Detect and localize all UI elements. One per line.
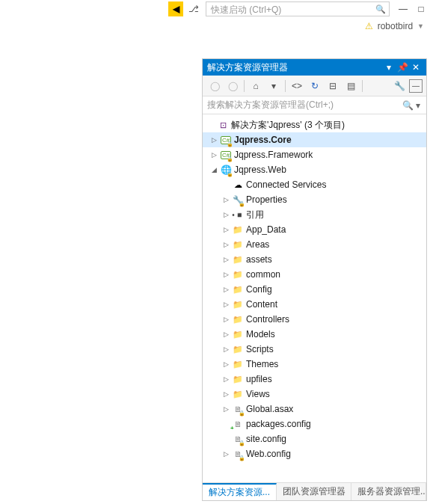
tab-solution-explorer[interactable]: 解决方案资源... — [203, 483, 277, 500]
collapsed-twisty[interactable]: ▷ — [221, 404, 231, 414]
folder-icon: 📁 — [232, 343, 244, 355]
folder-node[interactable]: ▷📁Controllers — [203, 312, 426, 327]
collapsed-twisty[interactable]: ▷ — [221, 329, 231, 339]
tree-label: App_Data — [246, 224, 286, 235]
collapsed-twisty[interactable]: ▷ — [221, 284, 231, 295]
user-name: robotbird — [378, 21, 413, 31]
show-all-button[interactable]: ▤ — [343, 78, 359, 94]
collapsed-twisty[interactable]: ▷ — [221, 239, 231, 250]
folder-icon: 📁 — [232, 388, 244, 400]
chevron-down-icon: ▼ — [417, 22, 424, 30]
references-node[interactable]: ▷ •◾ 引用 — [203, 207, 426, 222]
folder-node[interactable]: ▷📁common — [203, 267, 426, 282]
properties-button[interactable]: 🔧 — [391, 78, 408, 94]
collapsed-twisty[interactable]: ▷ — [221, 224, 231, 235]
tree-label: Global.asax — [246, 404, 293, 414]
solution-icon: ⊡ — [217, 119, 229, 131]
folder-node[interactable]: ▷📁assets — [203, 252, 426, 267]
refresh-button[interactable]: ↻ — [307, 78, 323, 94]
tree-label: Config — [246, 284, 272, 295]
project-core[interactable]: ▷ C# Jqpress.Core — [203, 132, 426, 147]
collapse-button[interactable]: ⊟ — [325, 78, 341, 94]
blank-twisty — [221, 179, 231, 190]
collapsed-twisty[interactable]: ▷ — [221, 374, 231, 384]
tree-label: upfiles — [246, 374, 272, 384]
collapsed-twisty[interactable]: ▷ — [221, 344, 231, 354]
search-icon[interactable]: 🔍 — [375, 4, 386, 14]
minimize-button[interactable]: — — [396, 1, 411, 16]
project-framework[interactable]: ▷ C# Jqpress.Framework — [203, 147, 426, 162]
cloud-icon: ☁ — [232, 179, 244, 191]
scope-button[interactable]: ▾ — [265, 78, 282, 94]
collapsed-twisty[interactable]: ▷ — [221, 449, 231, 459]
solution-explorer-panel: 解决方案资源管理器 ▾ 📌 ✕ ◯ ◯ ⌂ ▾ <> ↻ ⊟ ▤ 🔧 — 搜索解… — [202, 58, 427, 501]
quick-launch-input[interactable]: 快速启动 (Ctrl+Q) 🔍 — [206, 1, 390, 16]
collapsed-twisty[interactable]: ▷ — [221, 359, 231, 369]
bottom-tabs: 解决方案资源... 团队资源管理器 服务器资源管理... — [203, 482, 426, 500]
quick-launch-placeholder: 快速启动 (Ctrl+Q) — [211, 4, 281, 15]
branch-icon[interactable]: ⎇ — [186, 1, 201, 16]
folder-node[interactable]: ▷📁Content — [203, 297, 426, 312]
connected-services-node[interactable]: ☁ Connected Services — [203, 177, 426, 192]
folder-node[interactable]: ▷📁Scripts — [203, 342, 426, 357]
collapsed-twisty[interactable]: ▷ — [221, 299, 231, 310]
tree-label: 解决方案'Jqpress' (3 个项目) — [231, 119, 345, 132]
code-button[interactable]: <> — [289, 78, 305, 94]
folder-icon: 📁 — [232, 328, 244, 340]
preview-button[interactable]: — — [409, 79, 423, 93]
panel-title: 解决方案资源管理器 — [207, 61, 381, 74]
collapsed-twisty[interactable]: ▷ — [221, 194, 231, 205]
folder-icon: 📁 — [232, 253, 244, 265]
site-config-node[interactable]: 🗎 site.config — [203, 431, 426, 446]
folder-node[interactable]: ▷📁Themes — [203, 357, 426, 372]
separator — [285, 80, 286, 92]
search-input[interactable]: 搜索解决方案资源管理器(Ctrl+;) 🔍 ▾ — [203, 96, 426, 114]
folder-icon: 📁 — [232, 373, 244, 385]
collapsed-twisty[interactable]: ▷ — [209, 150, 219, 160]
folder-icon: 📁 — [232, 268, 244, 280]
close-icon[interactable]: ✕ — [410, 61, 422, 73]
folder-node[interactable]: ▷📁upfiles — [203, 372, 426, 387]
tree-label: Controllers — [246, 314, 289, 325]
web-project-icon: 🌐 — [220, 164, 232, 176]
tree-label: Jqpress.Core — [234, 135, 292, 145]
tab-team-explorer[interactable]: 团队资源管理器 — [277, 483, 351, 500]
blank-twisty — [206, 120, 216, 130]
tab-server-explorer[interactable]: 服务器资源管理... — [351, 483, 426, 500]
restore-button[interactable]: □ — [414, 1, 429, 16]
home-button[interactable]: ⌂ — [248, 78, 264, 94]
expanded-twisty[interactable]: ◢ — [209, 165, 219, 175]
folder-node[interactable]: ▷📁Views — [203, 387, 426, 402]
collapsed-twisty[interactable]: ▷ — [221, 254, 231, 265]
pin-icon[interactable]: 📌 — [396, 61, 408, 73]
forward-button[interactable]: ◯ — [224, 78, 241, 94]
top-bar: ◀ ⎇ 快速启动 (Ctrl+Q) 🔍 — □ — [168, 0, 430, 18]
project-web[interactable]: ◢ 🌐 Jqpress.Web — [203, 162, 426, 177]
tree-label: 引用 — [246, 209, 264, 221]
blank-twisty — [221, 434, 231, 444]
collapsed-twisty[interactable]: ▷ — [221, 314, 231, 325]
csharp-project-icon: C# — [220, 149, 232, 161]
folder-node[interactable]: ▷📁App_Data — [203, 222, 426, 237]
web-config-node[interactable]: ▷ 🗎 Web.config — [203, 446, 426, 461]
tree-label: Web.config — [246, 449, 291, 459]
collapsed-twisty[interactable]: ▷ — [221, 389, 231, 399]
packages-config-node[interactable]: 🗎 packages.config — [203, 417, 426, 431]
user-bar[interactable]: ⚠ robotbird ▼ — [365, 21, 424, 31]
collapsed-twisty[interactable]: ▷ — [221, 209, 231, 220]
solution-node[interactable]: ⊡ 解决方案'Jqpress' (3 个项目) — [203, 117, 426, 132]
collapsed-twisty[interactable]: ▷ — [209, 135, 219, 145]
properties-node[interactable]: ▷ 🔧 Properties — [203, 192, 426, 207]
collapsed-twisty[interactable]: ▷ — [221, 269, 231, 280]
csharp-project-icon: C# — [220, 134, 232, 146]
panel-titlebar[interactable]: 解决方案资源管理器 ▾ 📌 ✕ — [203, 59, 426, 76]
tree-label: Scripts — [246, 344, 274, 354]
tree-label: Areas — [246, 239, 269, 250]
tree-label: Models — [246, 329, 275, 339]
back-button[interactable]: ◯ — [206, 78, 223, 94]
dropdown-icon[interactable]: ▾ — [383, 61, 395, 73]
global-asax-node[interactable]: ▷ 🗎 Global.asax — [203, 402, 426, 417]
folder-node[interactable]: ▷📁Models — [203, 327, 426, 342]
folder-node[interactable]: ▷📁Areas — [203, 237, 426, 252]
folder-node[interactable]: ▷📁Config — [203, 282, 426, 297]
